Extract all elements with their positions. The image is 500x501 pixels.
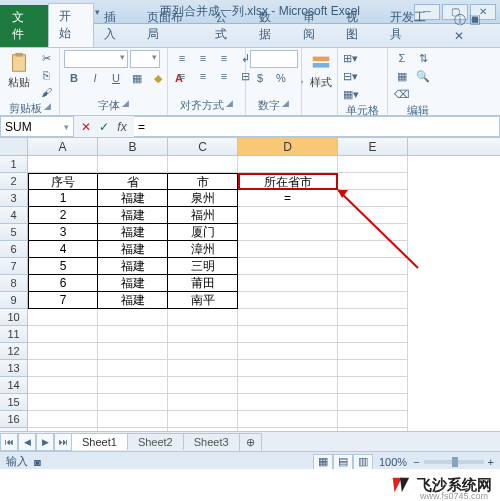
cell[interactable] — [28, 360, 98, 377]
zoom-slider[interactable] — [424, 460, 484, 464]
cell[interactable] — [338, 411, 408, 428]
cell[interactable] — [338, 207, 408, 224]
autosum-icon[interactable]: Σ — [392, 50, 412, 66]
tab-home[interactable]: 开始 — [48, 3, 94, 47]
cell[interactable] — [338, 394, 408, 411]
tab-pagelayout[interactable]: 页面布局 — [137, 5, 205, 47]
underline-button[interactable]: U — [106, 70, 126, 86]
cell[interactable]: 福建 — [98, 224, 168, 241]
cell[interactable]: 1 — [28, 190, 98, 207]
zoom-out-icon[interactable]: − — [413, 456, 419, 468]
cell[interactable] — [238, 326, 338, 343]
formula-input[interactable]: = — [134, 116, 500, 137]
file-tab[interactable]: 文件 — [0, 5, 48, 47]
copy-icon[interactable]: ⎘ — [36, 67, 56, 83]
cell[interactable]: 福建 — [98, 190, 168, 207]
cell[interactable] — [338, 275, 408, 292]
cell[interactable]: 3 — [28, 224, 98, 241]
sheet-tab[interactable]: Sheet1 — [71, 433, 128, 450]
zoom-in-icon[interactable]: + — [488, 456, 494, 468]
view-normal-icon[interactable]: ▦ — [313, 454, 333, 470]
cell[interactable] — [238, 275, 338, 292]
view-pagelayout-icon[interactable]: ▤ — [333, 454, 353, 470]
cell[interactable] — [238, 343, 338, 360]
col-header[interactable]: D — [238, 138, 338, 155]
fill-color-button[interactable]: ◆ — [148, 70, 168, 86]
tab-nav-last-icon[interactable]: ⏭ — [54, 433, 72, 451]
cell[interactable] — [238, 309, 338, 326]
cell[interactable] — [338, 309, 408, 326]
italic-button[interactable]: I — [85, 70, 105, 86]
percent-icon[interactable]: % — [271, 70, 291, 86]
tab-nav-prev-icon[interactable]: ◀ — [18, 433, 36, 451]
cell[interactable] — [28, 377, 98, 394]
row-header[interactable]: 12 — [0, 343, 28, 360]
row-header[interactable]: 9 — [0, 292, 28, 309]
sheet-tab[interactable]: Sheet3 — [183, 433, 240, 450]
cell[interactable] — [28, 156, 98, 173]
zoom-level[interactable]: 100% — [379, 456, 407, 468]
row-header[interactable]: 14 — [0, 377, 28, 394]
cell[interactable] — [338, 258, 408, 275]
cell[interactable] — [238, 207, 338, 224]
cell[interactable] — [28, 394, 98, 411]
cell[interactable] — [98, 377, 168, 394]
cell[interactable]: 漳州 — [168, 241, 238, 258]
sort-filter-icon[interactable]: ⇅ — [413, 50, 433, 66]
cell[interactable] — [168, 343, 238, 360]
cell[interactable] — [98, 360, 168, 377]
cell[interactable]: 福建 — [98, 292, 168, 309]
row-header[interactable]: 8 — [0, 275, 28, 292]
cell[interactable] — [168, 309, 238, 326]
tab-data[interactable]: 数据 — [249, 5, 293, 47]
cell[interactable] — [98, 309, 168, 326]
tab-view[interactable]: 视图 — [336, 5, 380, 47]
cell[interactable]: 7 — [28, 292, 98, 309]
cell[interactable] — [338, 173, 408, 190]
format-cells-icon[interactable]: ▦▾ — [342, 86, 360, 102]
cell[interactable] — [338, 360, 408, 377]
row-header[interactable]: 1 — [0, 156, 28, 173]
col-header[interactable]: A — [28, 138, 98, 155]
dialog-launcher-icon[interactable]: ◢ — [44, 101, 51, 116]
number-format-select[interactable] — [250, 50, 298, 68]
cell[interactable]: 福建 — [98, 207, 168, 224]
cell[interactable] — [338, 224, 408, 241]
cell[interactable]: 南平 — [168, 292, 238, 309]
cell[interactable] — [168, 411, 238, 428]
font-family-select[interactable] — [64, 50, 128, 68]
border-button[interactable]: ▦ — [127, 70, 147, 86]
cell[interactable] — [168, 326, 238, 343]
cell[interactable] — [168, 394, 238, 411]
cell[interactable] — [238, 241, 338, 258]
row-header[interactable]: 7 — [0, 258, 28, 275]
cell[interactable] — [98, 394, 168, 411]
cell[interactable]: 2 — [28, 207, 98, 224]
cell[interactable]: 5 — [28, 258, 98, 275]
cell[interactable] — [98, 156, 168, 173]
cell[interactable]: 三明 — [168, 258, 238, 275]
dialog-launcher-icon[interactable]: ◢ — [226, 98, 233, 113]
align-right-icon[interactable]: ≡ — [214, 68, 234, 84]
macro-record-icon[interactable]: ◙ — [34, 456, 41, 468]
cell[interactable] — [28, 411, 98, 428]
tab-nav-first-icon[interactable]: ⏮ — [0, 433, 18, 451]
row-header[interactable]: 15 — [0, 394, 28, 411]
cell[interactable] — [338, 292, 408, 309]
cell[interactable] — [98, 326, 168, 343]
worksheet[interactable]: A B C D E 12序号省市所在省市31福建泉州=42福建福州53福建厦门6… — [0, 138, 500, 448]
currency-icon[interactable]: $ — [250, 70, 270, 86]
cell[interactable] — [338, 156, 408, 173]
cell[interactable] — [168, 377, 238, 394]
row-header[interactable]: 10 — [0, 309, 28, 326]
cell[interactable]: 市 — [168, 173, 238, 190]
cell[interactable] — [238, 360, 338, 377]
cell[interactable]: 福建 — [98, 258, 168, 275]
cell[interactable] — [338, 343, 408, 360]
cell[interactable]: 福州 — [168, 207, 238, 224]
sheet-tab[interactable]: Sheet2 — [127, 433, 184, 450]
bold-button[interactable]: B — [64, 70, 84, 86]
select-all-corner[interactable] — [0, 138, 28, 155]
cell[interactable] — [338, 326, 408, 343]
dialog-launcher-icon[interactable]: ◢ — [122, 98, 129, 113]
